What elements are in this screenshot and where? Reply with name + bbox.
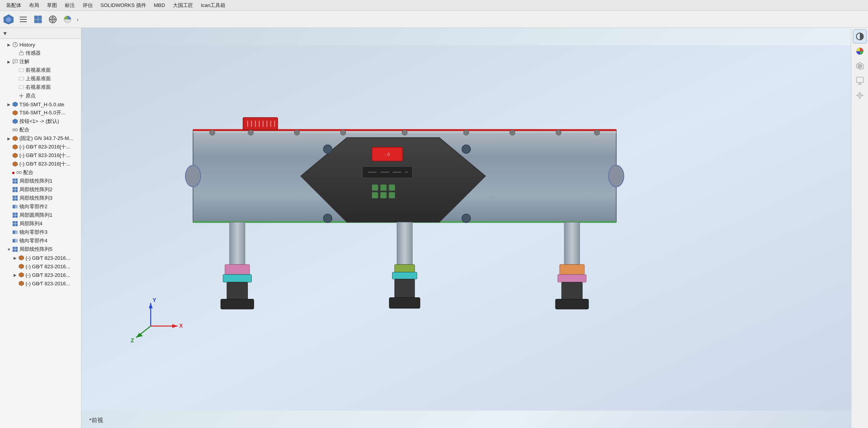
svg-rect-107	[380, 185, 387, 191]
tree-item-mirror3[interactable]: ▶ 镜向零部件3	[0, 228, 81, 236]
svg-marker-33	[13, 145, 17, 149]
tree-item-front-plane[interactable]: ▶ 前视基准面	[0, 66, 81, 74]
tree-item-gb6[interactable]: ▶ (-) GB∕T 823-2016...	[0, 271, 81, 279]
svg-rect-116	[230, 222, 245, 264]
tree-item-sensor[interactable]: ▶ 传感器	[0, 49, 81, 57]
tree-item-origin[interactable]: ▶ 原点	[0, 91, 81, 100]
list-tool-button[interactable]	[16, 12, 30, 26]
tree-item-gb4[interactable]: ▶ (-) GB∕T 823-2016...	[0, 254, 81, 262]
svg-rect-56	[16, 221, 17, 223]
tree-item-assembly2[interactable]: ▶ ● 配合	[0, 168, 81, 177]
color-wheel-button[interactable]	[853, 44, 867, 58]
menu-item-layout[interactable]: 布局	[26, 1, 42, 10]
svg-point-87	[209, 130, 215, 135]
svg-rect-3	[20, 19, 27, 20]
gb6-label: (-) GB∕T 823-2016...	[26, 272, 70, 278]
appearance-button[interactable]	[853, 29, 867, 43]
svg-rect-36	[13, 179, 15, 181]
svg-rect-44	[13, 196, 15, 198]
assembly-tool-button[interactable]	[2, 12, 16, 26]
tree-item-fixed-gn[interactable]: ▶ (固定) GN 343.7-25-M...	[0, 134, 81, 143]
gb5-label: (-) GB∕T 823-2016...	[26, 264, 70, 269]
menu-item-eval[interactable]: 评估	[80, 1, 96, 10]
component-tool-button[interactable]	[31, 12, 45, 26]
texture-button[interactable]	[853, 59, 867, 73]
tree-item-annotation[interactable]: ▶ 注解	[0, 57, 81, 66]
fixed-gn-icon	[12, 135, 19, 142]
svg-rect-45	[16, 196, 17, 198]
3d-viewport[interactable]: - 0	[81, 28, 851, 428]
svg-rect-117	[225, 264, 249, 274]
tree-item-right-plane[interactable]: ▶ 右视基准面	[0, 83, 81, 91]
svg-rect-54	[16, 216, 17, 217]
tree-item-button[interactable]: ▶ 按钮<1> -> (默认)	[0, 117, 81, 126]
tree-item-top-plane[interactable]: ▶ 上视基准面	[0, 74, 81, 83]
tree-item-mirror2[interactable]: ▶ 镜向零部件2	[0, 202, 81, 211]
svg-rect-5	[35, 16, 38, 19]
tree-item-array2[interactable]: ▶ 局部线性阵列2	[0, 185, 81, 194]
menu-item-ican[interactable]: Ican工具箱	[198, 1, 229, 10]
gb3-label: (-) GB∕T 823-2016[十...	[19, 160, 70, 167]
svg-rect-73	[81, 45, 851, 411]
annotation-expand[interactable]: ▶	[6, 59, 12, 64]
history-expand[interactable]: ▶	[6, 42, 12, 47]
tree-item-gb3[interactable]: ▶ (-) GB∕T 823-2016[十...	[0, 160, 81, 168]
tree-item-gb5[interactable]: ▶ (-) GB∕T 823-2016...	[0, 262, 81, 271]
menu-bar: 装配体 布局 草图 标注 评估 SOLIDWORKS 插件 MBD 大国工匠 I…	[0, 0, 868, 11]
ts6-ste-expand[interactable]: ▶	[6, 102, 12, 107]
origin-label: 原点	[26, 92, 36, 99]
svg-line-16	[15, 45, 16, 45]
tree-item-gb2[interactable]: ▶ (-) GB∕T 823-2016[十...	[0, 151, 81, 160]
svg-rect-52	[16, 213, 17, 215]
tree-item-history[interactable]: ▶ History	[0, 40, 81, 49]
assembly2-icon	[16, 169, 22, 176]
fixed-gn-expand[interactable]: ▶	[6, 136, 12, 141]
chart-tool-button[interactable]	[61, 12, 74, 26]
svg-rect-108	[389, 185, 395, 191]
menu-item-solidworks[interactable]: SOLIDWORKS 插件	[97, 1, 149, 10]
target-tool-button[interactable]	[46, 12, 60, 26]
mirror4-label: 镜向零部件4	[19, 237, 47, 244]
svg-rect-122	[394, 264, 415, 272]
svg-rect-67	[13, 250, 15, 252]
svg-rect-111	[389, 192, 395, 198]
menu-item-assemble[interactable]: 装配体	[3, 1, 24, 10]
tree-item-ts6-kai[interactable]: ▶ TS6-SMT_H-5.0开...	[0, 109, 81, 117]
tree-item-gb7[interactable]: ▶ (-) GB∕T 823-2016...	[0, 279, 81, 288]
menu-item-daguo[interactable]: 大国工匠	[170, 1, 196, 10]
svg-marker-143	[858, 64, 862, 68]
tree-item-gb1[interactable]: ▶ (-) GB∕T 823-2016[十...	[0, 143, 81, 151]
svg-text:Y: Y	[153, 297, 157, 303]
tree-item-assembly1[interactable]: ▶ 配合	[0, 126, 81, 134]
array3-label: 局部线性阵列3	[19, 195, 52, 202]
tree-item-ts6-ste[interactable]: ▶ TS6-SMT_H-5.0.ste	[0, 100, 81, 109]
fixed-gn-label: (固定) GN 343.7-25-M...	[19, 135, 73, 142]
svg-rect-119	[227, 282, 248, 301]
tree-item-array4[interactable]: ▶ 局部阵列4	[0, 219, 81, 228]
svg-rect-124	[394, 279, 415, 299]
gb6-expand[interactable]: ▶	[12, 272, 18, 278]
tree-item-mirror4[interactable]: ▶ 镜向零部件4	[0, 236, 81, 245]
tree-item-array5[interactable]: ▼ 局部线性阵列5	[0, 245, 81, 254]
menu-item-sketch[interactable]: 草图	[44, 1, 60, 10]
svg-text:- 0: - 0	[385, 152, 390, 157]
display-mode-button[interactable]	[853, 74, 867, 88]
svg-point-115	[462, 214, 470, 223]
gb4-expand[interactable]: ▶	[12, 255, 18, 261]
svg-rect-19	[13, 59, 17, 63]
toolbar-more-arrow[interactable]: ›	[75, 15, 80, 24]
filter-icon[interactable]: ▼	[2, 30, 8, 36]
tree-item-array3[interactable]: ▶ 局部线性阵列3	[0, 194, 81, 202]
array5-expand[interactable]: ▼	[6, 247, 12, 252]
view-label: *前视	[89, 417, 103, 424]
menu-item-label[interactable]: 标注	[62, 1, 78, 10]
tree-item-circle-array1[interactable]: ▶ 局部圆周阵列1	[0, 211, 81, 219]
svg-rect-17	[19, 52, 23, 55]
settings-right-button[interactable]	[853, 88, 867, 102]
tree-item-array1[interactable]: ▶ 局部线性阵列1	[0, 177, 81, 185]
svg-point-88	[248, 130, 254, 135]
svg-marker-32	[13, 136, 17, 141]
svg-marker-34	[13, 153, 17, 158]
menu-item-mbd[interactable]: MBD	[151, 2, 168, 9]
svg-point-95	[594, 130, 600, 135]
